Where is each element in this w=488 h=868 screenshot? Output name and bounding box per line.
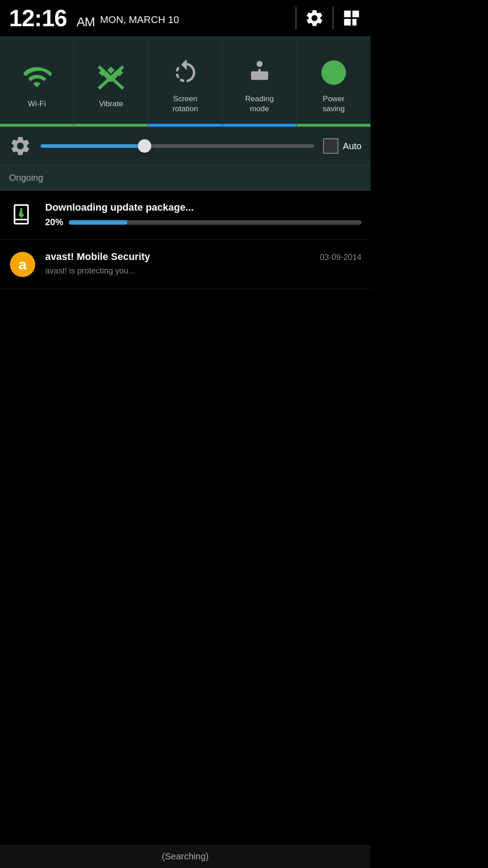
brightness-row: Auto bbox=[0, 127, 371, 165]
avast-date: 03-09-2014 bbox=[320, 253, 361, 262]
wifi-label: Wi-Fi bbox=[28, 99, 46, 109]
update-percent: 20% bbox=[45, 217, 63, 227]
date-display: MON, MARCH 10 bbox=[100, 14, 179, 26]
brightness-track bbox=[41, 144, 314, 148]
avast-icon-area: a bbox=[9, 251, 36, 278]
reading-mode-label: Readingmode bbox=[245, 94, 274, 114]
quick-settings: Wi-Fi Vibrate Screenrota bbox=[0, 36, 371, 127]
svg-rect-3 bbox=[352, 19, 357, 26]
notifications-list: Downloading update package... 20% a avas… bbox=[0, 191, 371, 289]
svg-marker-14 bbox=[18, 215, 24, 218]
qs-tile-power-saving[interactable]: Powersaving bbox=[297, 36, 371, 127]
avast-subtitle: avast! is protecting you... bbox=[45, 266, 361, 276]
update-progress-bar-fill bbox=[69, 220, 127, 225]
update-icon-area bbox=[9, 202, 36, 229]
brightness-slider[interactable] bbox=[41, 139, 314, 153]
status-divider bbox=[296, 7, 296, 29]
vibrate-label: Vibrate bbox=[99, 99, 123, 109]
power-saving-indicator bbox=[297, 124, 371, 127]
svg-rect-1 bbox=[352, 11, 359, 18]
wifi-icon bbox=[21, 62, 53, 94]
avast-meta: avast! Mobile Security 03-09-2014 bbox=[45, 251, 361, 266]
vibrate-indicator bbox=[74, 124, 148, 127]
update-progress-row: 20% bbox=[45, 217, 361, 227]
bottom-bar: (Searching) bbox=[0, 845, 371, 868]
brightness-thumb[interactable] bbox=[138, 139, 151, 153]
brightness-fill bbox=[41, 144, 145, 148]
power-saving-icon bbox=[318, 57, 349, 89]
status-bar: 12:16 AM MON, MARCH 10 bbox=[0, 0, 371, 36]
ongoing-label: Ongoing bbox=[9, 173, 43, 183]
avast-app-name: avast! Mobile Security bbox=[45, 251, 150, 263]
notification-avast[interactable]: a avast! Mobile Security 03-09-2014 avas… bbox=[0, 240, 371, 289]
update-content: Downloading update package... 20% bbox=[45, 202, 361, 227]
reading-mode-indicator bbox=[223, 124, 296, 127]
time-display: 12:16 AM bbox=[9, 5, 94, 32]
svg-rect-2 bbox=[344, 19, 351, 26]
svg-rect-0 bbox=[344, 11, 351, 18]
avast-content: avast! Mobile Security 03-09-2014 avast!… bbox=[45, 251, 361, 276]
auto-label: Auto bbox=[343, 141, 361, 151]
avast-logo: a bbox=[10, 252, 35, 277]
notification-update[interactable]: Downloading update package... 20% bbox=[0, 191, 371, 240]
download-update-icon bbox=[10, 203, 35, 228]
status-icons bbox=[292, 7, 361, 29]
svg-point-9 bbox=[256, 61, 263, 67]
qs-tile-vibrate[interactable]: Vibrate bbox=[74, 36, 148, 127]
ongoing-section-header: Ongoing bbox=[0, 165, 371, 191]
reading-mode-icon bbox=[244, 57, 275, 89]
screen-rotation-icon bbox=[169, 57, 201, 89]
screen-rotation-indicator bbox=[148, 124, 222, 127]
vibrate-icon bbox=[95, 62, 127, 94]
qs-tile-wifi[interactable]: Wi-Fi bbox=[0, 36, 74, 127]
screen-rotation-label: Screenrotation bbox=[173, 94, 198, 114]
power-saving-label: Powersaving bbox=[323, 94, 345, 114]
update-progress-bar-bg bbox=[69, 220, 361, 225]
qs-tile-reading-mode[interactable]: Readingmode bbox=[223, 36, 297, 127]
clock-time: 12:16 bbox=[9, 5, 67, 31]
clock-ampm: AM bbox=[76, 15, 94, 29]
brightness-settings-icon[interactable] bbox=[9, 135, 32, 157]
settings-icon[interactable] bbox=[305, 8, 324, 28]
qs-tile-screen-rotation[interactable]: Screenrotation bbox=[148, 36, 222, 127]
auto-brightness-checkbox[interactable] bbox=[323, 138, 338, 154]
auto-brightness[interactable]: Auto bbox=[323, 138, 361, 154]
status-divider2 bbox=[333, 7, 333, 29]
wifi-indicator bbox=[0, 124, 74, 127]
grid-icon[interactable] bbox=[342, 8, 361, 28]
update-title: Downloading update package... bbox=[45, 202, 361, 213]
searching-label: (Searching) bbox=[162, 851, 208, 861]
